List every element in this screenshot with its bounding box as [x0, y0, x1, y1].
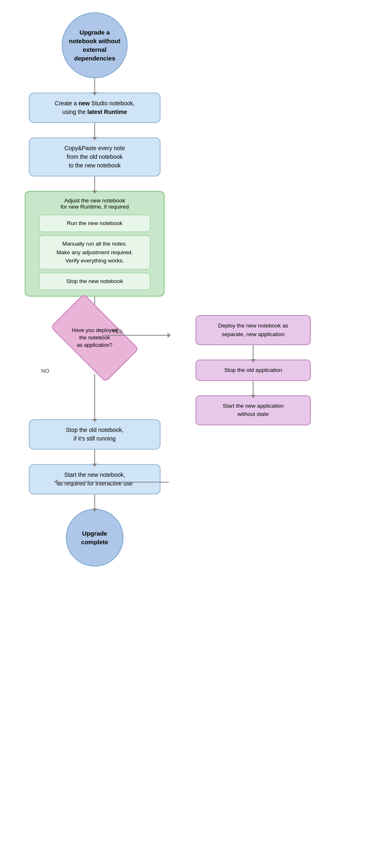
decision-diamond: Have you deployedthe notebookas applicat…: [49, 311, 140, 364]
stop-new-notebook-label: Stop the new notebook: [66, 278, 123, 284]
no-label: NO: [41, 368, 49, 374]
stop-new-notebook-node: Stop the new notebook: [39, 273, 150, 290]
branch-section: Have you deployedthe notebookas applicat…: [8, 311, 374, 566]
stop-old-notebook-label: Stop the old notebook,if it's still runn…: [66, 427, 123, 442]
run-notebook-node: Run the new notebook: [39, 215, 150, 232]
step1-node: Create a new Studio notebook,using the l…: [29, 93, 161, 123]
left-arrow-connector: [54, 482, 169, 483]
deploy-node: Deploy the new notebook asseparate, new …: [196, 315, 311, 345]
arrow-r2: [253, 381, 254, 395]
stop-old-app-label: Stop the old application: [224, 367, 282, 373]
step3-title: Adjust the new notebookfor new Runtime, …: [61, 197, 129, 210]
start-new-notebook-label: Start the new notebook,as required for i…: [57, 471, 133, 487]
start-label: Upgrade a notebook without external depe…: [69, 28, 121, 63]
arrow-2: [94, 123, 95, 137]
arrow-r1: [253, 345, 254, 360]
stop-old-app-node: Stop the old application: [196, 360, 311, 381]
step2-label: Copy&Paste every notefrom the old notebo…: [64, 145, 125, 169]
arrow-no: [94, 374, 95, 419]
step1-label: Create a new Studio notebook,using the l…: [55, 100, 135, 115]
stop-old-notebook-node: Stop the old notebook,if it's still runn…: [29, 419, 161, 450]
end-label: Upgradecomplete: [81, 529, 108, 546]
flowchart: Upgrade a notebook without external depe…: [0, 0, 382, 579]
step3-group: Adjust the new notebookfor new Runtime, …: [25, 191, 165, 297]
deploy-label: Deploy the new notebook asseparate, new …: [218, 323, 288, 337]
arrow-5: [94, 450, 95, 464]
start-node: Upgrade a notebook without external depe…: [62, 12, 128, 78]
start-new-notebook-node: Start the new notebook,as required for i…: [29, 464, 161, 494]
arrow-6: [94, 494, 95, 509]
start-new-app-label: Start the new applicationwithout state: [223, 403, 284, 417]
branch-right: Deploy the new notebook asseparate, new …: [185, 315, 321, 425]
end-node: Upgradecomplete: [66, 509, 123, 566]
arrow-3: [94, 176, 95, 191]
start-new-app-node: Start the new applicationwithout state: [196, 395, 311, 425]
manually-run-node: Manually run all the notes.Make any adju…: [39, 235, 150, 269]
manually-run-label: Manually run all the notes.Make any adju…: [56, 241, 133, 264]
run-notebook-label: Run the new notebook: [67, 220, 122, 226]
arrow-1: [94, 78, 95, 93]
decision-text: Have you deployedthe notebookas applicat…: [68, 327, 121, 349]
left-arrow-head: [54, 479, 58, 484]
step2-node: Copy&Paste every notefrom the old notebo…: [29, 137, 161, 176]
branch-left: Have you deployedthe notebookas applicat…: [16, 311, 173, 566]
